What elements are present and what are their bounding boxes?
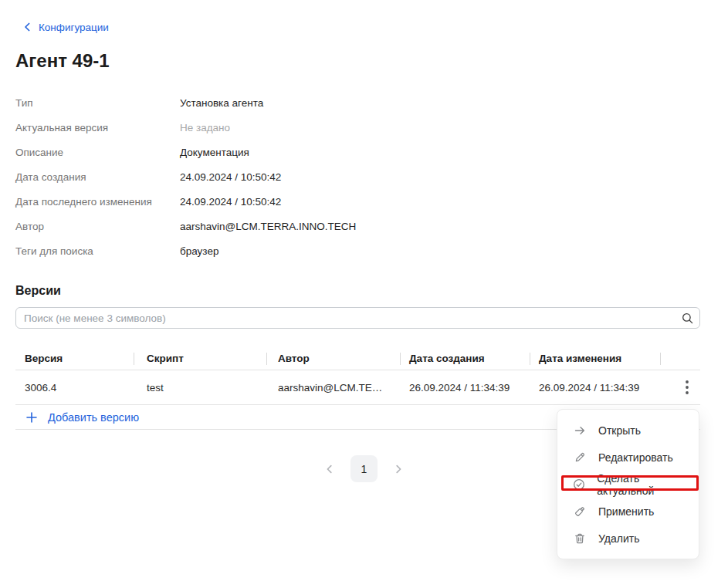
property-value: Установка агента bbox=[180, 97, 263, 109]
property-row-created: Дата создания 24.09.2024 / 10:50:42 bbox=[15, 164, 728, 189]
plus-icon bbox=[25, 411, 38, 424]
properties-list: Тип Установка агента Актуальная версия Н… bbox=[15, 90, 728, 263]
cell-modified: 26.09.2024 / 11:34:39 bbox=[530, 382, 660, 394]
menu-item-apply[interactable]: Применить bbox=[557, 498, 699, 525]
versions-search bbox=[15, 307, 700, 329]
property-label: Описание bbox=[15, 147, 180, 158]
menu-item-label: Сделать актуальной bbox=[597, 472, 689, 497]
page-title: Агент 49-1 bbox=[15, 50, 728, 72]
property-value: Не задано bbox=[180, 122, 230, 133]
property-value: браузер bbox=[180, 245, 218, 257]
property-value: 24.09.2024 / 10:50:42 bbox=[180, 196, 281, 208]
pagination-prev-button[interactable] bbox=[324, 464, 335, 475]
property-row-description: Описание Документация bbox=[15, 140, 728, 164]
property-row-author: Автор aarshavin@LCM.TERRA.INNO.TECH bbox=[15, 214, 728, 238]
property-value: aarshavin@LCM.TERRA.INNO.TECH bbox=[180, 221, 356, 232]
menu-item-open[interactable]: Открыть bbox=[557, 417, 699, 444]
usb-drive-icon bbox=[573, 505, 587, 518]
property-label: Теги для поиска bbox=[15, 245, 180, 257]
add-version-button[interactable]: Добавить версию bbox=[15, 411, 139, 424]
pagination-page-1[interactable]: 1 bbox=[350, 455, 378, 482]
property-row-tags: Теги для поиска браузер bbox=[15, 238, 728, 263]
breadcrumb-label: Конфигурации bbox=[39, 22, 109, 33]
menu-item-edit[interactable]: Редактировать bbox=[557, 444, 699, 471]
arrow-right-icon bbox=[573, 424, 587, 437]
menu-item-delete[interactable]: Удалить bbox=[557, 525, 699, 552]
breadcrumb-back-link[interactable]: Конфигурации bbox=[23, 22, 109, 33]
trash-icon bbox=[573, 532, 587, 545]
property-value: Документация bbox=[180, 147, 249, 158]
table-row[interactable]: 3006.4 test aarshavin@LCM.TE… 26.09.2024… bbox=[15, 370, 700, 405]
menu-item-make-actual[interactable]: Сделать актуальной bbox=[557, 471, 699, 498]
add-version-label: Добавить версию bbox=[48, 411, 139, 424]
cell-version: 3006.4 bbox=[15, 382, 134, 394]
row-actions-menu: Открыть Редактировать Сделать актуальной bbox=[557, 409, 699, 559]
table-header-row: Версия Скрипт Автор Дата создания Дата и… bbox=[15, 347, 700, 370]
search-button[interactable] bbox=[678, 309, 696, 327]
column-header-created: Дата создания bbox=[400, 347, 530, 370]
kebab-menu-icon bbox=[685, 379, 689, 396]
column-header-script: Скрипт bbox=[134, 347, 266, 370]
column-header-modified: Дата изменения bbox=[530, 347, 660, 370]
property-value: 24.09.2024 / 10:50:42 bbox=[180, 171, 281, 183]
search-input[interactable] bbox=[15, 307, 700, 329]
cell-created: 26.09.2024 / 11:34:39 bbox=[400, 382, 530, 394]
versions-heading: Версии bbox=[15, 283, 728, 299]
menu-item-label: Применить bbox=[598, 505, 654, 518]
pencil-icon bbox=[573, 451, 587, 464]
cell-script: test bbox=[134, 382, 266, 394]
column-header-version: Версия bbox=[15, 347, 134, 370]
search-icon bbox=[681, 312, 694, 325]
cell-author: aarshavin@LCM.TE… bbox=[266, 382, 400, 394]
property-row-actual-version: Актуальная версия Не задано bbox=[15, 115, 728, 140]
property-row-modified: Дата последнего изменения 24.09.2024 / 1… bbox=[15, 189, 728, 214]
column-header-author: Автор bbox=[266, 347, 400, 370]
menu-item-label: Открыть bbox=[598, 424, 641, 437]
chevron-left-icon bbox=[324, 464, 335, 475]
breadcrumb: Конфигурации bbox=[0, 0, 728, 33]
menu-item-label: Редактировать bbox=[598, 451, 673, 464]
menu-item-label: Удалить bbox=[598, 532, 639, 545]
property-label: Автор bbox=[15, 221, 180, 232]
property-row-type: Тип Установка агента bbox=[15, 90, 728, 115]
chevron-right-icon bbox=[393, 464, 404, 475]
column-header-actions bbox=[660, 347, 700, 370]
property-label: Дата создания bbox=[15, 171, 180, 183]
property-label: Дата последнего изменения bbox=[15, 196, 180, 208]
property-label: Тип bbox=[15, 97, 180, 109]
check-circle-icon bbox=[573, 478, 585, 491]
row-actions-button[interactable] bbox=[682, 377, 692, 397]
pagination-next-button[interactable] bbox=[393, 464, 404, 475]
chevron-left-icon bbox=[23, 22, 32, 32]
property-label: Актуальная версия bbox=[15, 122, 180, 133]
